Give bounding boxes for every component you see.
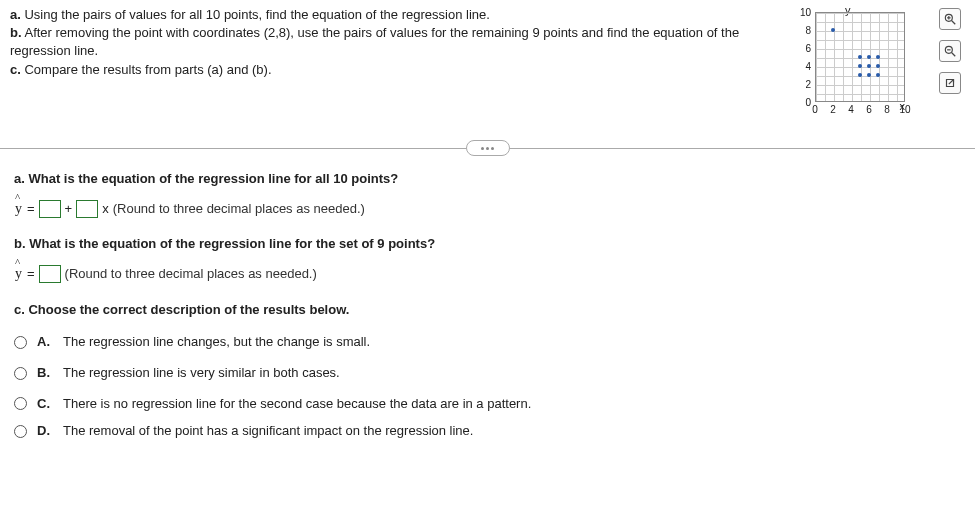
y-tick: 2 [805, 79, 811, 90]
option-d-text: The removal of the point has a significa… [63, 422, 473, 440]
open-external-icon[interactable] [939, 72, 961, 94]
zoom-in-icon[interactable] [939, 8, 961, 30]
option-c-row: C. There is no regression line for the s… [14, 392, 961, 417]
option-c-label: C. [37, 392, 53, 417]
option-b-text: The regression line is very similar in b… [63, 361, 340, 386]
option-b-row: B. The regression line is very similar i… [14, 361, 961, 386]
data-point [867, 55, 871, 59]
option-c-text: There is no regression line for the seco… [63, 392, 531, 417]
svg-line-5 [952, 53, 956, 57]
data-point [858, 64, 862, 68]
data-point [867, 64, 871, 68]
y-tick: 8 [805, 25, 811, 36]
x-tick: 2 [830, 104, 836, 115]
option-a-radio[interactable] [14, 336, 27, 349]
data-point [876, 55, 880, 59]
section-divider [0, 148, 975, 149]
x-tick: 6 [866, 104, 872, 115]
intercept-input[interactable] [39, 200, 61, 218]
y-tick: 4 [805, 61, 811, 72]
part-b-hint: (Round to three decimal places as needed… [65, 262, 317, 287]
question-prompt: a. Using the pairs of values for all 10 … [10, 6, 795, 116]
part-b-prefix: b. [10, 25, 22, 40]
part-c-question: c. Choose the correct description of the… [14, 298, 961, 323]
option-a-text: The regression line changes, but the cha… [63, 330, 370, 355]
zoom-out-icon[interactable] [939, 40, 961, 62]
option-a-label: A. [37, 330, 53, 355]
data-point [876, 64, 880, 68]
y-tick: 0 [805, 97, 811, 108]
x-symbol: x [102, 197, 109, 222]
part-a-prefix: a. [10, 7, 21, 22]
equals-sign: = [27, 197, 35, 222]
x-tick: 4 [848, 104, 854, 115]
part-b-question: b. What is the equation of the regressio… [14, 232, 961, 257]
y-tick: 10 [800, 7, 811, 18]
plus-sign: + [65, 197, 73, 222]
expand-button[interactable] [466, 140, 510, 156]
option-d-label: D. [37, 422, 53, 440]
data-point [858, 55, 862, 59]
x-tick: 0 [812, 104, 818, 115]
scatter-chart: y x 10 8 6 4 2 0 0 2 4 6 8 10 [795, 6, 925, 116]
data-point [831, 28, 835, 32]
part-b-text: After removing the point with coordinate… [10, 25, 739, 58]
data-point [858, 73, 862, 77]
option-c-radio[interactable] [14, 397, 27, 410]
data-point [867, 73, 871, 77]
y-hat-symbol: y [14, 261, 23, 288]
x-tick: 10 [899, 104, 910, 115]
equation-a: y = + x (Round to three decimal places a… [14, 196, 961, 223]
option-d-row: D. The removal of the point has a signif… [14, 422, 961, 440]
option-b-label: B. [37, 361, 53, 386]
part-c-text: Compare the results from parts (a) and (… [21, 62, 272, 77]
slope-input[interactable] [76, 200, 98, 218]
equation-b: y = (Round to three decimal places as ne… [14, 261, 961, 288]
part-c-prefix: c. [10, 62, 21, 77]
x-tick: 8 [884, 104, 890, 115]
option-b-radio[interactable] [14, 367, 27, 380]
part-a-text: Using the pairs of values for all 10 poi… [21, 7, 490, 22]
svg-line-1 [952, 21, 956, 25]
y-hat-symbol: y [14, 196, 23, 223]
data-point [876, 73, 880, 77]
option-d-radio[interactable] [14, 425, 27, 438]
option-a-row: A. The regression line changes, but the … [14, 330, 961, 355]
part-a-hint: (Round to three decimal places as needed… [113, 197, 365, 222]
part-a-question: a. What is the equation of the regressio… [14, 167, 961, 192]
intercept-input-b[interactable] [39, 265, 61, 283]
equals-sign: = [27, 262, 35, 287]
y-tick: 6 [805, 43, 811, 54]
